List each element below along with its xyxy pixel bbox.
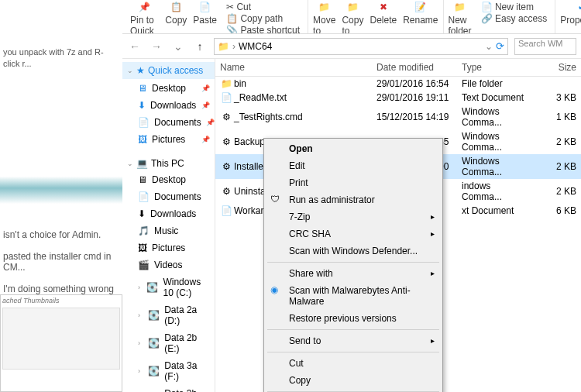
address-bar: ← → ⌄ ↑ 📁 › WMC64 ⌄ ⟳ Search WM (122, 34, 581, 59)
cut-button[interactable]: ✂ Cut (226, 2, 300, 12)
properties-button[interactable]: ✔Properties (560, 0, 581, 34)
file-row[interactable]: 📁bin29/01/2016 16:54File folder (215, 77, 581, 91)
star-icon: ★ (136, 65, 145, 76)
bg-text-1: you unpack with 7z and R-click r... (0, 42, 122, 75)
chevron-right-icon: › (232, 41, 235, 52)
ribbon-group-clipboard: 📌Pin to Quick access 📋Copy 📄Paste ✂ Cut … (125, 0, 308, 34)
file-icon: ⚙ (220, 161, 232, 172)
nav-downloads[interactable]: ⬇Downloads📌 (122, 98, 215, 113)
chevron-down-icon: ⌄ (127, 67, 133, 74)
forward-button[interactable]: → (149, 39, 164, 54)
quick-access-header[interactable]: ⌄ ★ Quick access (122, 62, 215, 79)
nav-pc-documents[interactable]: 📄Documents (122, 189, 215, 205)
file-row[interactable]: ⚙_TestRights.cmd15/12/2015 14:19Windows … (215, 105, 581, 129)
ctx-run-as-admin[interactable]: 🛡Run as administrator (266, 191, 441, 208)
ctx-malwarebytes[interactable]: ◉Scan with Malwarebytes Anti-Malware (266, 282, 441, 310)
move-to-button[interactable]: 📁Move to (313, 0, 335, 34)
ctx-send-to[interactable]: Send to▸ (266, 332, 441, 349)
path-segment[interactable]: WMC64 (239, 41, 272, 52)
col-name[interactable]: Name (215, 62, 372, 73)
recent-button[interactable]: ⌄ (170, 39, 186, 54)
copy-to-button[interactable]: 📁Copy to (342, 0, 363, 34)
ctx-edit[interactable]: Edit (266, 157, 441, 174)
refresh-button[interactable]: ⟳ (496, 40, 504, 52)
file-icon: ⚙ (220, 112, 232, 122)
column-headers: Name Date modified Type Size (215, 59, 581, 77)
nav-drive-f[interactable]: ›💽Data 3a (F:) (122, 358, 215, 384)
ctx-print[interactable]: Print (266, 174, 441, 191)
delete-button[interactable]: ✖Delete (370, 0, 397, 34)
navigation-pane: ⌄ ★ Quick access 🖥Desktop📌 ⬇Downloads📌 📄… (122, 59, 215, 392)
file-icon: 📄 (220, 205, 232, 216)
context-menu: Open Edit Print 🛡Run as administrator 7-… (263, 138, 443, 392)
back-button[interactable]: ← (127, 39, 143, 54)
col-size[interactable]: Size (535, 62, 581, 73)
ctx-open[interactable]: Open (266, 140, 441, 157)
pin-to-quick-access-button[interactable]: 📌Pin to Quick access (130, 0, 159, 34)
thumbnail-preview: ached Thumbnails (0, 294, 122, 392)
separator (267, 262, 439, 263)
page-background: you unpack with 7z and R-click r... isn'… (0, 0, 122, 392)
nav-drive-g[interactable]: ›💽Data 3b (G:) (122, 386, 215, 392)
this-pc-header[interactable]: ⌄💻This PC (122, 153, 215, 170)
separator (267, 352, 439, 352)
easy-access-button[interactable]: 🔗 Easy access (481, 13, 548, 24)
shield-icon: 🛡 (270, 194, 283, 206)
nav-drive-d[interactable]: ›💽Data 2a (D:) (122, 302, 215, 328)
chevron-right-icon: ▸ (431, 212, 435, 221)
file-row[interactable]: 📄_ReadMe.txt29/01/2016 19:11Text Documen… (215, 91, 581, 105)
file-icon: ⚙ (220, 136, 232, 147)
ribbon-group-new: 📁New folder 📄 New item 🔗 Easy access New (444, 0, 556, 34)
copy-path-button[interactable]: 📋 Copy path (226, 13, 300, 24)
new-folder-button[interactable]: 📁New folder (449, 0, 472, 34)
paste-button[interactable]: 📄Paste (193, 0, 217, 34)
chevron-right-icon: ▸ (431, 336, 435, 345)
copy-button[interactable]: 📋Copy (165, 0, 187, 34)
chevron-right-icon: ▸ (431, 229, 435, 238)
paste-shortcut-button[interactable]: 📎 Paste shortcut (226, 25, 300, 34)
new-item-button[interactable]: 📄 New item (481, 2, 548, 12)
rename-button[interactable]: 📝Rename (403, 0, 438, 34)
nav-desktop[interactable]: 🖥Desktop📌 (122, 81, 215, 96)
nav-pc-videos[interactable]: 🎬Videos (122, 257, 215, 273)
ctx-restore[interactable]: Restore previous versions (266, 310, 441, 327)
nav-drive-c[interactable]: ›💽Windows 10 (C:) (122, 274, 215, 301)
nav-documents[interactable]: 📄Documents📌 (122, 115, 215, 130)
search-input[interactable]: Search WM (514, 38, 576, 55)
ctx-7zip[interactable]: 7-Zip▸ (266, 208, 441, 225)
file-icon: 📁 (220, 78, 232, 89)
up-button[interactable]: ↑ (192, 39, 208, 54)
ribbon: 📌Pin to Quick access 📋Copy 📄Paste ✂ Cut … (122, 0, 581, 34)
ctx-share-with[interactable]: Share with▸ (266, 265, 441, 282)
malwarebytes-icon: ◉ (270, 284, 283, 297)
nav-drive-e[interactable]: ›💽Data 2b (E:) (122, 330, 215, 356)
chevron-right-icon: ▸ (431, 269, 435, 277)
separator (267, 329, 439, 330)
ctx-copy[interactable]: Copy (266, 372, 441, 389)
ribbon-group-open: ✔Properties 📂 Open ✎ Edit 🕘 History Open (555, 0, 581, 34)
nav-pc-downloads[interactable]: ⬇Downloads (122, 206, 215, 222)
chevron-down-icon[interactable]: ⌄ (485, 41, 493, 52)
folder-icon: 📁 (218, 41, 229, 52)
ctx-crc-sha[interactable]: CRC SHA▸ (266, 225, 441, 242)
nav-pc-music[interactable]: 🎵Music (122, 223, 215, 239)
col-type[interactable]: Type (457, 62, 535, 73)
thumbnail-image (2, 308, 120, 370)
nav-pc-pictures[interactable]: 🖼Pictures (122, 240, 215, 256)
ribbon-group-organise: 📁Move to 📁Copy to ✖Delete 📝Rename Organi… (308, 0, 443, 34)
nav-pc-desktop[interactable]: 🖥Desktop (122, 172, 215, 187)
address-field[interactable]: 📁 › WMC64 ⌄ ⟳ (214, 38, 508, 55)
ctx-cut[interactable]: Cut (266, 355, 441, 372)
file-icon: ⚙ (220, 186, 232, 197)
col-date[interactable]: Date modified (372, 62, 457, 73)
file-icon: 📄 (220, 92, 232, 103)
nav-pictures[interactable]: 🖼Pictures📌 (122, 132, 215, 147)
ctx-defender[interactable]: Scan with Windows Defender... (266, 242, 441, 260)
